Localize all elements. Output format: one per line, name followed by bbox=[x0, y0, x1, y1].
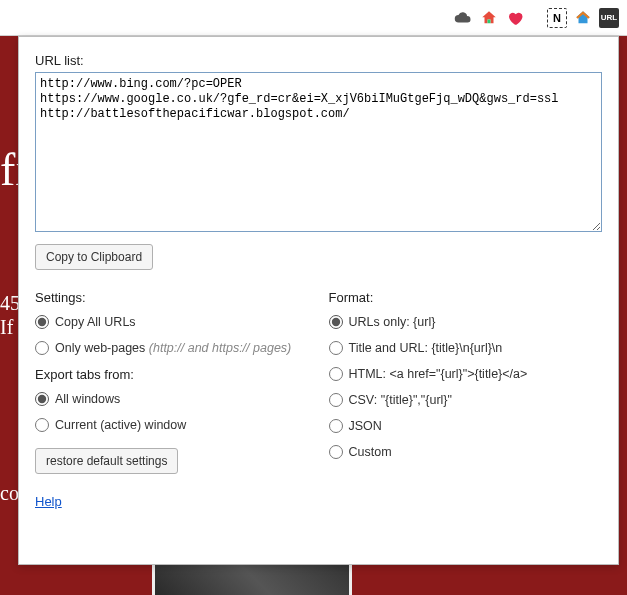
restore-defaults-button[interactable]: restore default settings bbox=[35, 448, 178, 474]
heart-icon[interactable] bbox=[505, 8, 525, 28]
radio-urls-only[interactable]: URLs only: {url} bbox=[329, 315, 603, 329]
radio-all-windows-label: All windows bbox=[55, 392, 120, 406]
radio-urls-only-label: URLs only: {url} bbox=[349, 315, 436, 329]
cloud-icon[interactable] bbox=[453, 8, 473, 28]
radio-copy-all[interactable]: Copy All URLs bbox=[35, 315, 309, 329]
radio-csv-label: CSV: "{title}","{url}" bbox=[349, 393, 452, 407]
settings-column: Settings: Copy All URLs Only web-pages (… bbox=[35, 290, 309, 474]
house-multi-icon[interactable] bbox=[573, 8, 593, 28]
help-link[interactable]: Help bbox=[35, 494, 62, 509]
url-list-textarea[interactable] bbox=[35, 72, 602, 232]
radio-custom-label: Custom bbox=[349, 445, 392, 459]
radio-only-web-label: Only web-pages (http:// and https:// pag… bbox=[55, 341, 291, 355]
radio-html[interactable]: HTML: <a href="{url}">{title}</a> bbox=[329, 367, 603, 381]
radio-only-web[interactable]: Only web-pages (http:// and https:// pag… bbox=[35, 341, 309, 355]
radio-csv[interactable]: CSV: "{title}","{url}" bbox=[329, 393, 603, 407]
export-heading: Export tabs from: bbox=[35, 367, 309, 382]
radio-json-label: JSON bbox=[349, 419, 382, 433]
browser-extension-toolbar: N URL bbox=[0, 0, 627, 36]
extension-popup: URL list: Copy to Clipboard Settings: Co… bbox=[18, 36, 619, 565]
copy-clipboard-button[interactable]: Copy to Clipboard bbox=[35, 244, 153, 270]
radio-all-windows[interactable]: All windows bbox=[35, 392, 309, 406]
radio-title-and-url-label: Title and URL: {title}\n{url}\n bbox=[349, 341, 503, 355]
n-box-icon[interactable]: N bbox=[547, 8, 567, 28]
radio-json[interactable]: JSON bbox=[329, 419, 603, 433]
radio-title-and-url[interactable]: Title and URL: {title}\n{url}\n bbox=[329, 341, 603, 355]
radio-copy-all-label: Copy All URLs bbox=[55, 315, 136, 329]
radio-html-label: HTML: <a href="{url}">{title}</a> bbox=[349, 367, 528, 381]
url-list-label: URL list: bbox=[35, 53, 602, 68]
format-column: Format: URLs only: {url} Title and URL: … bbox=[329, 290, 603, 474]
url-extension-icon[interactable]: URL bbox=[599, 8, 619, 28]
radio-current-window-label: Current (active) window bbox=[55, 418, 186, 432]
settings-heading: Settings: bbox=[35, 290, 309, 305]
radio-current-window[interactable]: Current (active) window bbox=[35, 418, 309, 432]
house-colored-icon[interactable] bbox=[479, 8, 499, 28]
radio-custom[interactable]: Custom bbox=[329, 445, 603, 459]
format-heading: Format: bbox=[329, 290, 603, 305]
svg-rect-0 bbox=[488, 19, 491, 23]
